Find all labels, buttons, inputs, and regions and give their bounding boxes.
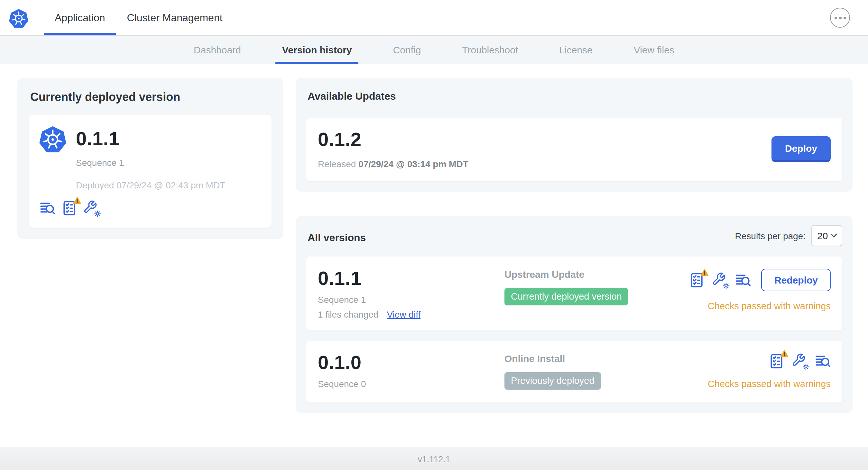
row-sequence: Sequence 0 [318,379,504,389]
results-per-page-select[interactable]: 20 [811,225,842,246]
top-navigation-bar: Application Cluster Management [0,0,868,36]
gear-icon [94,210,101,217]
currently-deployed-card: Currently deployed version [18,78,283,239]
tab-config[interactable]: Config [373,36,442,64]
current-sequence: Sequence 1 [76,158,261,168]
row-version-number: 0.1.0 [318,352,504,374]
topbar-tabs: Application Cluster Management [44,0,234,35]
app-section-tabs: Dashboard Version history Config Trouble… [0,36,868,64]
diff-log-icon[interactable] [735,272,751,288]
preflight-checklist-warning-icon[interactable] [768,353,784,369]
app-window: Application Cluster Management Dashboard… [0,0,868,470]
topbar-spacer [234,0,830,35]
all-versions-title: All versions [308,232,366,243]
row-version-number: 0.1.1 [318,267,504,289]
current-deployed-timestamp: Deployed 07/29/24 @ 02:43 pm MDT [76,180,261,190]
files-changed: 1 files changed [318,309,378,320]
row-source: Upstream Update [504,269,689,280]
available-updates-card: Available Updates 0.1.2 Released 07/29/2… [296,78,852,192]
row-sequence: Sequence 1 [318,295,504,305]
gear-icon [723,282,730,289]
diff-log-icon[interactable] [815,353,831,369]
console-version: v1.112.1 [417,454,451,464]
current-version-number: 0.1.1 [76,128,119,150]
preflight-checklist-warning-icon[interactable] [61,200,77,216]
tab-view-files[interactable]: View files [613,36,695,64]
version-row-0-1-1: 0.1.1 Sequence 1 1 files changed View di… [306,257,842,331]
update-row: 0.1.2 Released 07/29/24 @ 03:14 pm MDT D… [306,118,842,181]
ellipsis-icon [834,16,837,19]
current-version-detail: 0.1.1 Sequence 1 Deployed 07/29/24 @ 02:… [29,115,272,228]
warning-triangle-icon [701,268,709,276]
tab-application-label: Application [55,12,105,24]
available-updates-title: Available Updates [308,91,842,102]
warning-triangle-icon [73,196,82,204]
row-source: Online Install [504,353,708,364]
tab-cluster-management-label: Cluster Management [127,12,223,24]
config-wrench-icon[interactable] [83,200,99,216]
tab-application[interactable]: Application [44,0,116,35]
redeploy-button[interactable]: Redeploy [762,269,831,291]
tab-dashboard[interactable]: Dashboard [173,36,261,64]
previously-deployed-badge: Previously deployed [504,372,601,390]
results-per-page-label: Results per page: [735,231,806,241]
version-row-0-1-0: 0.1.0 Sequence 0 Online Install Previous… [306,341,842,402]
app-footer: v1.112.1 [0,447,868,470]
app-logo [9,0,28,35]
overflow-menu-button[interactable] [830,8,850,28]
preflight-status: Checks passed with warnings [689,301,831,311]
all-versions-card: All versions Results per page: 20 0.1.1 [296,216,852,413]
deploy-button[interactable]: Deploy [772,136,831,162]
tab-troubleshoot[interactable]: Troubleshoot [441,36,538,64]
tab-cluster-management[interactable]: Cluster Management [116,0,234,35]
diff-log-icon[interactable] [39,200,55,216]
kubernetes-logo [39,125,66,153]
kubernetes-logo [9,8,28,27]
preflight-checklist-warning-icon[interactable] [689,272,705,288]
gear-icon [802,363,809,370]
tab-license[interactable]: License [538,36,613,64]
currently-deployed-badge: Currently deployed version [504,288,628,305]
version-history-page: Currently deployed version [0,64,868,447]
currently-deployed-title: Currently deployed version [30,91,272,104]
update-version-number: 0.1.2 [318,129,468,150]
chevron-down-icon [831,233,837,238]
preflight-status: Checks passed with warnings [708,379,831,389]
config-wrench-icon[interactable] [712,272,728,288]
tab-version-history[interactable]: Version history [261,36,373,64]
update-released-timestamp: Released 07/29/24 @ 03:14 pm MDT [318,159,468,169]
warning-triangle-icon [780,349,789,358]
config-wrench-icon[interactable] [792,353,808,369]
view-diff-link[interactable]: View diff [387,309,421,320]
